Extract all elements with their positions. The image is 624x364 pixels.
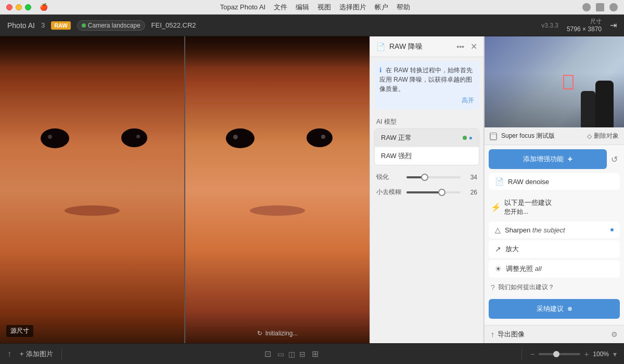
image-split: 源尺寸 ↻ Initializing... bbox=[0, 36, 370, 343]
zoom-dropdown-icon[interactable]: ▾ bbox=[613, 350, 617, 358]
svg-rect-0 bbox=[490, 134, 496, 140]
how-suggestions[interactable]: ? 我们如何提出建议？ bbox=[485, 279, 624, 296]
add-photo-label: 添加图片 bbox=[26, 349, 53, 359]
fullscreen-icon[interactable] bbox=[596, 3, 604, 11]
split-view-icon[interactable]: ◫ bbox=[288, 350, 295, 358]
model-section-label: AI 模型 bbox=[370, 113, 483, 128]
center-icon[interactable]: ⊞ bbox=[312, 349, 319, 359]
question-icon: ? bbox=[491, 283, 495, 292]
menu-view[interactable]: 视图 bbox=[317, 3, 331, 12]
single-view-icon[interactable]: ▭ bbox=[277, 350, 284, 358]
side-view-icon[interactable]: ⊟ bbox=[299, 350, 305, 358]
add-enhancement-label: 添加增强功能 bbox=[523, 154, 564, 164]
suggestion-enlarge[interactable]: ↗ 放大 bbox=[489, 240, 620, 258]
adopt-button[interactable]: 采纳建议 bbox=[489, 299, 620, 319]
suggestions-sub: 您开始... bbox=[504, 207, 552, 216]
minimize-button[interactable] bbox=[16, 4, 22, 10]
sharpen-slider[interactable] bbox=[406, 176, 461, 178]
menu-select[interactable]: 选择图片 bbox=[339, 3, 366, 12]
super-focus-label: Super focus 测试版 bbox=[501, 132, 583, 140]
bottom-center: ⊡ ▭ ◫ ⊟ ⊞ bbox=[70, 349, 513, 359]
menu-account[interactable]: 帐户 bbox=[375, 3, 388, 12]
model-option-strong[interactable]: RAW 强烈 bbox=[375, 147, 479, 165]
share-icon bbox=[609, 3, 618, 11]
version-text: v3.3.3 bbox=[541, 22, 558, 29]
add-photo-button[interactable]: + 添加图片 bbox=[20, 349, 53, 359]
title-bar-right bbox=[582, 3, 618, 11]
menu-file[interactable]: 文件 bbox=[274, 3, 287, 12]
rotate-icon[interactable]: ↺ bbox=[609, 154, 620, 164]
loading-spinner: ↻ bbox=[257, 330, 262, 337]
add-photo-plus: + bbox=[20, 350, 24, 358]
image-before: 源尺寸 bbox=[0, 36, 185, 343]
deblur-value: 26 bbox=[465, 189, 477, 196]
denoise-icon: 📄 bbox=[495, 177, 504, 186]
expand-button[interactable]: ⇥ bbox=[610, 20, 617, 30]
menu-help[interactable]: 帮助 bbox=[397, 3, 410, 12]
zoom-plus-icon[interactable]: + bbox=[584, 350, 589, 358]
image-after: ↻ Initializing... bbox=[185, 36, 370, 343]
main-content: 源尺寸 ↻ Initializing... bbox=[0, 36, 624, 343]
model-selector: RAW 正常 ● RAW 强烈 bbox=[374, 128, 479, 165]
maximize-button[interactable] bbox=[25, 4, 31, 10]
right-sidebar: Super focus 测试版 ◇ 删除对象 添加增强功能 + ↺ 📄 RAW … bbox=[484, 36, 624, 343]
model-normal-dot bbox=[463, 136, 467, 140]
size-value: 5796 × 3870 bbox=[567, 25, 602, 33]
sharpen-value: 34 bbox=[465, 174, 477, 181]
app-title: Photo AI bbox=[7, 21, 35, 30]
denoise-label: RAW denoise bbox=[508, 178, 549, 186]
zoom-minus-icon[interactable]: − bbox=[530, 350, 534, 358]
lighting-suggestion-icon: ☀ bbox=[495, 265, 502, 273]
super-focus-checkbox[interactable] bbox=[490, 133, 497, 140]
share-bottom-icon[interactable]: ↑ bbox=[7, 349, 11, 359]
deblur-slider[interactable] bbox=[406, 191, 461, 193]
deblur-slider-row: 小去模糊 26 bbox=[376, 188, 477, 197]
model-option-normal[interactable]: RAW 正常 ● bbox=[375, 129, 479, 147]
camera-label: Camera landscape bbox=[88, 22, 141, 29]
slider-section: 锐化 34 小去模糊 26 bbox=[370, 170, 483, 206]
add-enhancement-button[interactable]: 添加增强功能 + bbox=[489, 149, 607, 169]
suggestion-lighting[interactable]: ☀ 调整光照 all bbox=[489, 260, 620, 278]
close-button[interactable] bbox=[6, 4, 12, 10]
enlarge-suggestion-text: 放大 bbox=[505, 244, 519, 254]
after-image: ↻ Initializing... bbox=[185, 36, 370, 343]
app-badge-num: 3 bbox=[41, 21, 45, 29]
menu-edit[interactable]: 编辑 bbox=[296, 3, 309, 12]
menu-topaz[interactable]: Topaz Photo AI bbox=[220, 3, 265, 11]
remove-object-button[interactable]: ◇ 删除对象 bbox=[587, 132, 619, 140]
model-strong-label: RAW 强烈 bbox=[381, 151, 412, 161]
image-area: 源尺寸 ↻ Initializing... bbox=[0, 36, 370, 343]
plus-icon: + bbox=[568, 154, 572, 164]
adopt-label: 采纳建议 bbox=[537, 304, 564, 314]
initializing-label: ↻ Initializing... bbox=[257, 330, 298, 337]
deblur-thumb bbox=[438, 189, 445, 196]
bottom-right: − + 100% ▾ bbox=[530, 350, 617, 358]
camera-badge[interactable]: Camera landscape bbox=[77, 20, 145, 31]
suggestion-sharpen[interactable]: △ Sharpen the subject bbox=[489, 222, 620, 238]
panel-close-button[interactable]: ✕ bbox=[470, 42, 477, 51]
sharpen-suggestion-icon: △ bbox=[495, 226, 501, 234]
app-icon: 🍎 bbox=[40, 3, 48, 11]
export-label[interactable]: 导出图像 bbox=[498, 330, 525, 339]
suggestions-header: ⚡ 以下是一些建议 您开始... bbox=[485, 194, 624, 220]
panel-title: RAW 降噪 bbox=[389, 42, 452, 51]
sharpen-slider-row: 锐化 34 bbox=[376, 173, 477, 181]
panel-icon: 📄 bbox=[376, 43, 385, 51]
info-icon: ℹ bbox=[379, 67, 382, 74]
settings-export-icon[interactable]: ⚙ bbox=[611, 330, 618, 339]
info-text: 在 RAW 转换过程中，始终首先应用 RAW 降噪，以获得卓越的图像质量。 bbox=[379, 67, 473, 93]
bolt-icon: ⚡ bbox=[491, 202, 501, 212]
lighting-suggestion-text: 调整光照 all bbox=[506, 264, 542, 274]
app-header: Photo AI 3 RAW Camera landscape FEI_0522… bbox=[0, 15, 624, 36]
info-link[interactable]: 高开 bbox=[379, 96, 474, 105]
zoom-slider[interactable] bbox=[539, 353, 580, 355]
adopt-dot bbox=[568, 307, 572, 311]
thumbnail-area bbox=[485, 36, 624, 127]
sidebar-actions: Super focus 测试版 ◇ 删除对象 bbox=[485, 127, 624, 145]
crop-icon[interactable]: ⊡ bbox=[264, 349, 271, 359]
info-box: ℹ 在 RAW 转换过程中，始终首先应用 RAW 降噪，以获得卓越的图像质量。 … bbox=[374, 61, 479, 109]
panel-menu-button[interactable]: ••• bbox=[456, 43, 464, 51]
zoom-value: 100% bbox=[593, 350, 609, 358]
model-normal-check: ● bbox=[469, 134, 473, 141]
before-image: 源尺寸 bbox=[0, 36, 184, 343]
